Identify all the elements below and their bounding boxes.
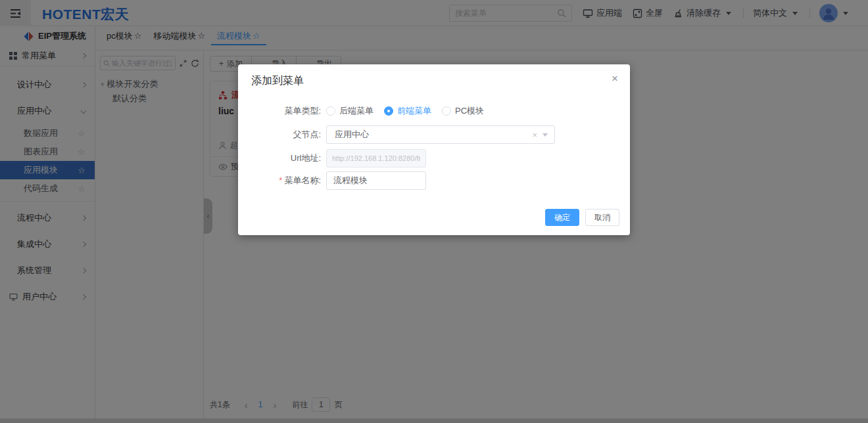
radio-label: 后端菜单 [339, 105, 374, 117]
radio-icon[interactable] [442, 106, 451, 116]
url-input [326, 149, 426, 167]
menu-name-row: *菜单名称: [238, 171, 630, 190]
parent-node-select[interactable]: 应用中心 × [326, 125, 555, 144]
radio-frontend-menu[interactable]: 前端菜单 [384, 105, 431, 117]
radio-backend-menu[interactable]: 后端菜单 [326, 105, 374, 117]
chevron-down-icon [542, 133, 548, 137]
radio-pc-module[interactable]: PC模块 [442, 105, 484, 117]
parent-node-row: 父节点: 应用中心 × [238, 125, 630, 144]
cancel-button[interactable]: 取消 [585, 209, 619, 226]
dialog-header: 添加到菜单 × [238, 64, 630, 93]
required-mark: * [279, 175, 282, 185]
menu-name-label: *菜单名称: [238, 171, 326, 190]
dialog-title: 添加到菜单 [251, 75, 304, 86]
url-row: Url地址: [238, 149, 630, 167]
dialog-body: 菜单类型: 后端菜单 前端菜单 PC模块 [238, 93, 630, 190]
radio-icon-checked[interactable] [384, 106, 393, 116]
close-icon[interactable]: × [612, 72, 618, 85]
confirm-button[interactable]: 确定 [545, 209, 579, 226]
clear-icon[interactable]: × [532, 130, 537, 140]
radio-label: 前端菜单 [397, 105, 431, 117]
radio-icon[interactable] [326, 106, 335, 116]
radio-label: PC模块 [455, 105, 484, 117]
parent-node-value: 应用中心 [335, 129, 369, 141]
menu-type-label: 菜单类型: [238, 102, 326, 120]
menu-name-input[interactable] [326, 171, 426, 190]
url-label: Url地址: [238, 149, 326, 167]
add-to-menu-dialog: 添加到菜单 × 菜单类型: 后端菜单 前端菜单 PC模块 [238, 64, 630, 235]
parent-node-label: 父节点: [238, 125, 326, 144]
app-root: HOTENT宏天 应用端 全屏 [0, 0, 868, 423]
menu-name-label-text: 菜单名称: [284, 175, 321, 185]
dialog-footer: 确定 取消 [545, 209, 619, 226]
menu-type-row: 菜单类型: 后端菜单 前端菜单 PC模块 [238, 104, 630, 118]
menu-type-radio-group: 后端菜单 前端菜单 PC模块 [326, 105, 484, 117]
